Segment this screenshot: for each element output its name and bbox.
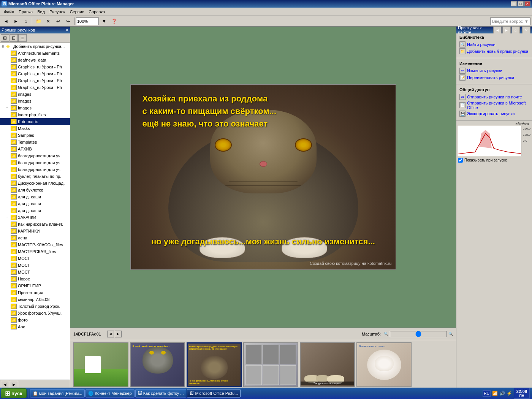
close-button[interactable]: ✕ — [524, 1, 530, 6]
toolbar-back[interactable]: ◄ — [2, 17, 11, 25]
tree-item-0[interactable]: ⊕⊕Добавить ярлык рисунка... — [0, 43, 70, 50]
tree-item-32[interactable]: 📁МОСТ — [0, 262, 70, 269]
tree-item-13[interactable]: 📁Samples — [0, 132, 70, 139]
rp-back[interactable]: ◄ — [493, 26, 502, 34]
scale-slider[interactable] — [390, 331, 447, 337]
menu-view[interactable]: Вид — [35, 9, 47, 15]
tree-item-26[interactable]: 📁Как нарисовать планет. — [0, 221, 70, 228]
nav-next[interactable]: ► — [115, 331, 122, 337]
rp-close[interactable]: ✕ — [522, 26, 530, 34]
menu-service[interactable]: Сервис — [68, 9, 87, 15]
toolbar-new[interactable]: 📁 — [34, 17, 43, 25]
toolbar-question[interactable]: ❓ — [109, 17, 119, 25]
tree-item-23[interactable]: 📁для д. саши — [0, 200, 70, 207]
rp-edit-images[interactable]: ✏ Изменить рисунки — [459, 67, 529, 74]
tree-item-9[interactable]: +📁Images — [0, 104, 70, 111]
tree-item-3[interactable]: 📁Graphics_ru Уроки - Ph — [0, 63, 70, 70]
tree-item-15[interactable]: 📁АРХИВ — [0, 146, 70, 152]
tree-item-1[interactable]: +📁Architectural Elements — [0, 50, 70, 57]
tree-item-30[interactable]: 📁МАСТЕРСКАЯ_files — [0, 248, 70, 255]
tree-item-19[interactable]: 📁буклет, плакаты по пр. — [0, 173, 70, 180]
rp-add-shortcut[interactable]: 📁 Добавить новый ярлык рисунка — [459, 48, 529, 55]
taskbar-item-2[interactable]: 🌐 Коннект Менеджер — [86, 389, 134, 397]
tree-item-7[interactable]: 📁images — [0, 91, 70, 98]
maximize-button[interactable]: □ — [518, 1, 524, 6]
tree-item-22[interactable]: 📁для д. саши — [0, 193, 70, 200]
tree-item-14[interactable]: 📁Templates — [0, 139, 70, 146]
thumb6-text: Придется шелк, тиши... — [359, 345, 409, 347]
tree-item-24[interactable]: 📁для д. саши — [0, 207, 70, 214]
rp-export[interactable]: 💾 Экспортировать рисунки — [459, 110, 529, 117]
tree-item-17[interactable]: 📁благодарности для уч. — [0, 159, 70, 166]
zoom-input[interactable] — [76, 17, 99, 25]
toolbar-home[interactable]: ⌂ — [21, 17, 30, 25]
thumbnail-4[interactable] — [243, 342, 298, 387]
panel-view-medium[interactable]: ⊟ — [10, 34, 18, 42]
tree-item-8[interactable]: 📁images — [0, 98, 70, 104]
tree-item-34[interactable]: 📁Новое — [0, 276, 70, 282]
tree-item-29[interactable]: 📁МАСТЕР-КЛАССы_files — [0, 241, 70, 248]
tree-item-41[interactable]: 📁Арс — [0, 323, 70, 330]
tree-item-39[interactable]: 📁Урок фотошоп. Улучш. — [0, 310, 70, 317]
toolbar-zoom-btn[interactable]: ▼ — [100, 17, 109, 25]
question-box[interactable]: Введите вопрос ▼ — [490, 17, 530, 25]
thumbnail-6[interactable]: Придется шелк, тиши... — [356, 342, 412, 387]
toolbar-forward[interactable]: ► — [11, 17, 21, 25]
tree-item-40[interactable]: 📁фото — [0, 317, 70, 323]
tree-item-11[interactable]: 📁Kotomatrix — [0, 118, 70, 125]
toolbar-redo[interactable]: ↪ — [63, 17, 73, 25]
menu-file[interactable]: Файл — [2, 9, 16, 15]
show-on-start[interactable]: Показывать при запуске — [458, 158, 530, 163]
tree-item-27[interactable]: 📁КАРТИНКИ — [0, 228, 70, 234]
rp-home[interactable]: ⌂ — [511, 26, 520, 34]
menu-image[interactable]: Рисунок — [47, 9, 68, 15]
tree-item-35[interactable]: 📁ОРИЕНТИР — [0, 282, 70, 289]
panel-view-large[interactable]: ⊞ — [1, 34, 9, 42]
toolbar-undo[interactable]: ↩ — [54, 17, 63, 25]
tree-item-20[interactable]: 📁Дискуссионная площад. — [0, 180, 70, 187]
taskbar-item-4[interactable]: 🖼 Microsoft Office Pictu... — [187, 389, 241, 397]
panel-view-small[interactable]: ≡ — [18, 34, 27, 42]
rp-send-office[interactable]: 📄 Отправить рисунки в Microsoft Office — [459, 100, 529, 110]
rp-forward[interactable]: ► — [502, 26, 511, 34]
taskbar-item-3[interactable]: 🖼 Как сделать фотку ... — [135, 389, 187, 397]
thumbnail-2[interactable]: В этой такой гадости не выйди... — [130, 342, 185, 387]
toolbar-delete[interactable]: ✕ — [44, 17, 53, 25]
tree-scroll-right[interactable]: ► — [10, 381, 18, 388]
show-checkbox[interactable] — [458, 158, 463, 163]
rp-find-images[interactable]: 🔍 Найти рисунки — [459, 41, 529, 48]
thumbnail-1[interactable] — [73, 342, 128, 387]
tree-item-16[interactable]: 📁благодарности для уч. — [0, 152, 70, 159]
tray-icon3: ⚡ — [507, 391, 512, 396]
thumbnail-3[interactable]: Хозяйка приехала из роддома с каким-то п… — [187, 342, 242, 387]
tree-item-33[interactable]: 📁МОСТ — [0, 269, 70, 276]
tree-item-21[interactable]: 📁для буклетов — [0, 187, 70, 193]
rp-send-email[interactable]: ✉ Отправить рисунки по почте — [459, 93, 529, 100]
tree-item-25[interactable]: +📁ЗАКАЧКИ — [0, 214, 70, 221]
thumbnail-5[interactable]: 2-х уровневая защита. — [300, 342, 355, 387]
tree-item-2[interactable]: 📁deafnews_data — [0, 57, 70, 63]
tree-container[interactable]: ⊕⊕Добавить ярлык рисунка...+📁Architectur… — [0, 43, 70, 380]
tree-item-12[interactable]: 📁Masks — [0, 125, 70, 132]
rp-rename-images[interactable]: 📝 Переименовать рисунки — [459, 74, 529, 81]
menu-edit[interactable]: Правка — [16, 9, 35, 15]
start-button[interactable]: ⊞ пуск — [1, 388, 27, 398]
tree-item-37[interactable]: 📁семинар 7.05.08 — [0, 296, 70, 303]
tree-item-6[interactable]: 📁Graphics_ru Уроки - Ph — [0, 84, 70, 91]
tree-item-31[interactable]: 📁МОСТ — [0, 255, 70, 262]
tree-scroll-left[interactable]: ◄ — [1, 381, 9, 388]
taskbar-item-1[interactable]: 📋 мои задания [Режим... — [30, 389, 85, 397]
tree-item-10[interactable]: 📁index.php_files — [0, 111, 70, 118]
tree-item-5[interactable]: 📁Graphics_ru Уроки - Ph — [0, 77, 70, 84]
minimize-button[interactable]: ─ — [511, 1, 517, 6]
nav-prev[interactable]: ◄ — [107, 331, 114, 337]
tree-item-36[interactable]: 📁Презентация — [0, 289, 70, 296]
tree-item-38[interactable]: 📁Толстый провод Урок. — [0, 303, 70, 310]
tree-item-18[interactable]: 📁благодарности для уч. — [0, 166, 70, 173]
left-panel-close[interactable]: ✕ — [65, 28, 68, 32]
tree-item-28[interactable]: 📁лена — [0, 234, 70, 241]
right-panel: Приступая к работе ◄ ► ⌂ ✕ Библиотека 🔍 … — [456, 27, 532, 389]
rp-share-title: Общий доступ — [459, 87, 529, 92]
menu-help[interactable]: Справка — [86, 9, 107, 15]
tree-item-4[interactable]: 📁Graphics_ru Уроки - Ph — [0, 70, 70, 77]
